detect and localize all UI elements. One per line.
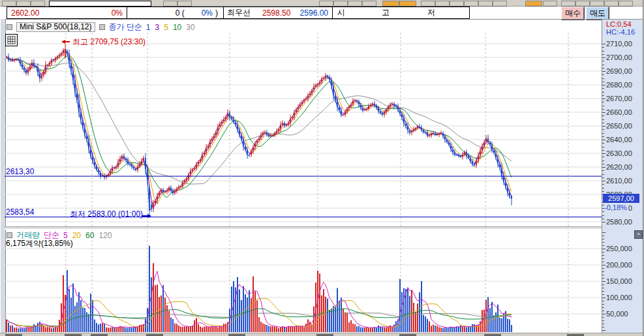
tick [602,78,604,79]
tick [602,291,604,292]
price-tick-label: 2660,00 [606,108,632,116]
tick [602,324,604,324]
toolbar-button-clipped[interactable] [619,1,633,7]
tick [602,164,604,164]
toolbar-button-clipped[interactable] [177,1,192,7]
tick [602,281,606,282]
price-plot [5,20,602,226]
tick [602,249,606,249]
toolbar-button-clipped[interactable] [575,1,590,7]
time-axis-clipped [0,333,644,336]
grid-tool-icon[interactable] [5,34,18,48]
trading-chart-window: 2602.00 0% 0 ( 0% ) 최우선 2598.50 2596.00 … [0,0,644,336]
tick [602,140,606,140]
toolbar-button-clipped[interactable] [16,1,31,7]
legend-period: 120 [99,231,112,240]
price-change-pct: 0% [112,8,123,18]
current-price-box: 2597,00 [603,194,639,203]
pane-divider[interactable] [5,226,644,230]
toolbar-button-clipped[interactable] [525,1,542,7]
low-arrow-icon [142,215,149,217]
tick [602,153,606,154]
hline-label-lower: 2583,54 [6,207,34,217]
toolbar-button-clipped[interactable] [421,1,435,7]
tick [602,54,604,55]
tick [602,191,604,192]
volume-tick-label: 250,000 [606,245,632,252]
toolbar-button-clipped[interactable] [604,1,619,7]
tick [602,133,604,134]
collapse-square-icon[interactable] [7,24,12,30]
chart-title[interactable]: Mini S&P 500(18,12) [16,22,95,32]
toolbar-button-clipped[interactable] [2,1,16,7]
tick [602,265,606,266]
close-pane-icon[interactable]: × [634,230,643,239]
legend-period: 5 [164,23,168,32]
legend-period: 3 [155,23,160,32]
tick [602,252,604,252]
toolbar-button-clipped[interactable] [450,1,464,7]
toolbar-button-clipped[interactable] [399,1,416,7]
toolbar-field-clipped[interactable] [49,1,151,7]
toolbar-button-clipped[interactable] [464,1,478,7]
tick [602,51,604,52]
tick [602,65,604,65]
sell-button[interactable]: 매도 [586,7,609,20]
tick [602,188,604,189]
toolbar-button-clipped[interactable] [561,1,575,7]
tick [602,278,604,279]
volume-tick-label: 50,000 [606,310,628,318]
quote-bar: 2602.00 0% 0 ( 0% ) 최우선 2598.50 2596.00 … [7,7,470,19]
price-tick-label: 2640,00 [606,136,632,144]
volume-paren: ) [215,8,218,18]
tick [602,47,604,48]
volume-chart[interactable] [5,228,602,335]
tick [602,215,604,216]
volume-plot [5,228,602,333]
collapse-square-icon[interactable] [99,24,105,30]
tick [602,68,604,69]
toolbar-button-clipped[interactable] [478,1,493,7]
toolbar-button-clipped[interactable] [31,1,45,7]
tick [602,106,604,106]
quote-ohl-cell: 시 고 저 [332,7,468,18]
hline-label-upper: 2613,30 [6,167,34,176]
tick [602,232,606,233]
toolbar-button-clipped[interactable] [333,1,348,7]
top-toolbar-clipped [0,0,644,7]
tick [602,304,604,305]
buy-button[interactable]: 매수 [561,7,585,20]
tick [602,301,604,301]
toolbar-button-clipped[interactable] [348,1,362,7]
toolbar-button-clipped[interactable] [382,1,399,7]
toolbar-button-clipped[interactable] [435,1,450,7]
tick [602,174,604,175]
price-chart[interactable] [5,20,602,228]
tick [602,74,604,75]
toolbar-button-clipped[interactable] [493,1,507,7]
tick [602,245,604,246]
price-legend-periods: 1351030 [146,23,195,32]
price-tick-label: 2710,00 [606,40,632,48]
legend-period: 1 [146,23,151,32]
toolbar-button-clipped[interactable] [319,1,333,7]
tick [602,82,604,82]
toolbar-button-clipped[interactable] [590,1,604,7]
quote-volume-cell: 0 ( 0% ) [127,7,224,18]
toolbar-button-clipped[interactable] [163,1,177,7]
tick [602,222,606,222]
toolbar-button-clipped[interactable] [362,1,376,7]
tick [602,239,604,239]
collapse-square-icon[interactable] [7,232,12,238]
tick [602,314,606,314]
tick [602,330,606,331]
legend-period: 10 [173,23,181,32]
price-pane-header: Mini S&P 500(18,12) 종가 단순 1351030 [7,22,195,33]
tick [602,211,604,212]
volume-tick-label: 100,000 [606,294,632,301]
high-annotation: 최고 2709,75 (23:30) [72,37,146,48]
toolbar-button-clipped[interactable] [543,1,557,7]
tick [602,170,604,171]
volume-tick-label: 150,000 [606,277,632,285]
legend-period: 20 [72,231,81,240]
